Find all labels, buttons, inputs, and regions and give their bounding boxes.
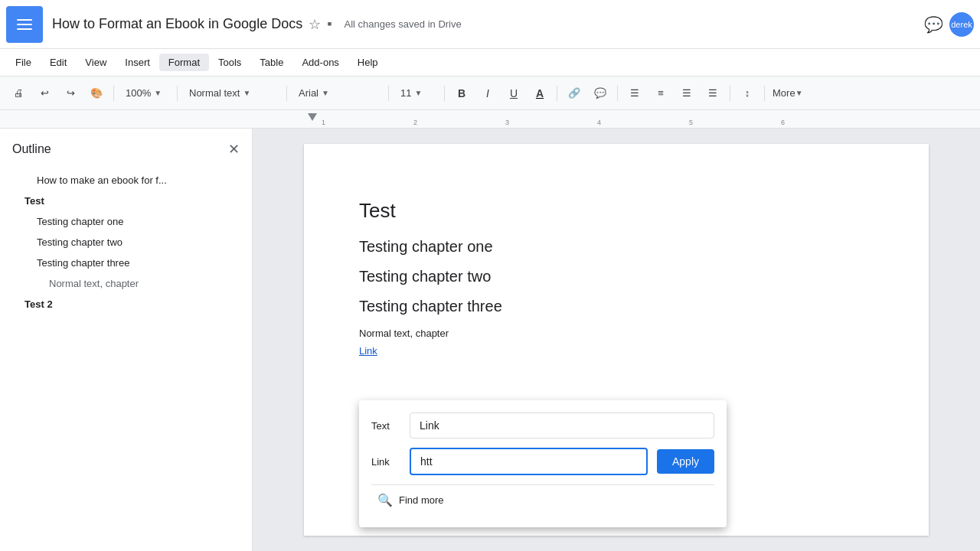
text-color-button[interactable]: A [528,81,552,106]
find-more-label: Find more [399,494,444,506]
outline-item-4[interactable]: Testing chapter three [12,253,240,273]
separator-6 [557,86,557,101]
ruler-mark-2: 2 [413,119,417,126]
line-spacing-button[interactable]: ↕ [735,81,760,106]
menu-format[interactable]: Format [159,54,209,71]
undo-button[interactable]: ↩ [32,81,57,106]
style-value: Normal text [189,87,240,99]
separator-4 [388,86,389,101]
ruler-mark-3: 3 [505,119,509,126]
link-button[interactable]: 🔗 [562,81,586,106]
italic-button[interactable]: I [475,81,500,106]
auto-save-status: All changes saved in Drive [345,18,924,30]
bold-button[interactable]: B [449,81,474,106]
ruler: 1 2 3 4 5 6 [0,110,980,129]
link-text-row: Text Link [371,412,714,439]
doc-para-0: Testing chapter one [359,238,874,256]
separator-2 [177,86,178,101]
link-url-input[interactable] [410,448,648,475]
menu-tools[interactable]: Tools [209,54,250,71]
sidebar: Outline ✕ How to make an ebook for f... … [0,129,253,551]
doc-para-4: Link [359,345,874,357]
outline-label-4: Testing chapter three [37,257,129,269]
icon-line-2 [17,24,32,25]
doc-para-2: Testing chapter three [359,298,874,315]
align-right-button[interactable]: ☰ [675,81,699,106]
outline-label-2: Testing chapter one [37,216,123,227]
font-select[interactable]: Arial ▼ [292,81,384,106]
outline-item-0[interactable]: How to make an ebook for f... [12,170,240,191]
align-left-button[interactable]: ☰ [622,81,647,106]
sidebar-header: Outline ✕ [12,141,240,158]
menu-help[interactable]: Help [348,54,387,71]
menu-table[interactable]: Table [250,54,292,71]
menu-addons[interactable]: Add-ons [292,54,348,71]
search-icon: 🔍 [377,493,393,507]
underline-button[interactable]: U [501,81,526,106]
font-size-value: 11 [400,87,411,99]
align-center-button[interactable]: ≡ [648,81,673,106]
paint-format-button[interactable]: 🎨 [84,81,109,106]
outline-item-3[interactable]: Testing chapter two [12,232,240,253]
outline-label-3: Testing chapter two [37,236,122,248]
ruler-mark-5: 5 [689,119,693,126]
outline-item-5[interactable]: Normal text, chapter [12,273,240,294]
ruler-content: 1 2 3 4 5 6 [260,110,980,128]
outline-label-1: Test [24,195,44,207]
main-layout: Outline ✕ How to make an ebook for f... … [0,129,980,551]
doc-para-text-3: Normal text, chapter [359,328,449,339]
comment-button[interactable]: 💬 [588,81,612,106]
print-button[interactable]: 🖨 [6,81,31,106]
outline-item-6[interactable]: Test 2 [12,294,240,315]
zoom-select[interactable]: 100% ▼ [119,81,172,106]
separator-3 [286,86,287,101]
redo-button[interactable]: ↪ [58,81,83,106]
comment-icon[interactable]: 💬 [924,15,943,34]
doc-para-1: Testing chapter two [359,268,874,285]
menu-edit[interactable]: Edit [41,54,76,71]
doc-area[interactable]: Test Testing chapter one Testing chapter… [253,129,980,551]
separator-1 [113,86,114,101]
folder-icon[interactable]: ▪ [327,16,332,32]
menu-insert[interactable]: Insert [116,54,159,71]
font-chevron: ▼ [322,89,329,97]
title-icons: ☆ ▪ [309,16,332,33]
justify-button[interactable]: ☰ [701,81,725,106]
font-value: Arial [299,87,318,99]
doc-para-text-1: Testing chapter two [359,268,491,285]
find-more-item[interactable]: 🔍 Find more [371,485,714,515]
link-text-value[interactable]: Link [410,412,714,439]
separator-5 [444,86,445,101]
font-size-select[interactable]: 11 ▼ [394,81,439,106]
outline-item-2[interactable]: Testing chapter one [12,211,240,232]
doc-page[interactable]: Test Testing chapter one Testing chapter… [304,144,929,536]
app-icon[interactable] [6,6,43,43]
close-sidebar-button[interactable]: ✕ [228,141,240,158]
style-chevron: ▼ [243,89,250,97]
doc-title: How to Format an Ebook in Google Docs [52,16,302,32]
link-dialog-wrapper: Text Link Link Apply 🔍 Find more [359,400,727,527]
outline-label-6: Test 2 [24,298,53,310]
apply-button[interactable]: Apply [657,449,714,474]
toolbar: 🖨 ↩ ↪ 🎨 100% ▼ Normal text ▼ Arial ▼ 11 … [0,77,980,110]
menu-file[interactable]: File [6,54,41,71]
doc-link-text[interactable]: Link [359,345,377,357]
user-initials: derek [951,20,972,29]
size-chevron: ▼ [414,89,422,97]
sidebar-title: Outline [12,142,51,156]
icon-line-1 [17,19,32,21]
doc-para-3: Normal text, chapter [359,328,874,339]
style-select[interactable]: Normal text ▼ [182,81,282,106]
more-button[interactable]: More ▼ [769,81,806,106]
separator-8 [730,86,730,101]
outline-item-1[interactable]: Test [12,191,240,211]
separator-9 [764,86,765,101]
user-area: 💬 derek [924,12,974,37]
user-avatar[interactable]: derek [949,12,974,37]
menu-bar: File Edit View Insert Format Tools Table… [0,49,980,77]
zoom-chevron: ▼ [154,89,162,97]
menu-view[interactable]: View [76,54,116,71]
ruler-mark-6: 6 [781,119,785,126]
star-icon[interactable]: ☆ [309,16,321,33]
link-text-label: Text [371,420,410,432]
